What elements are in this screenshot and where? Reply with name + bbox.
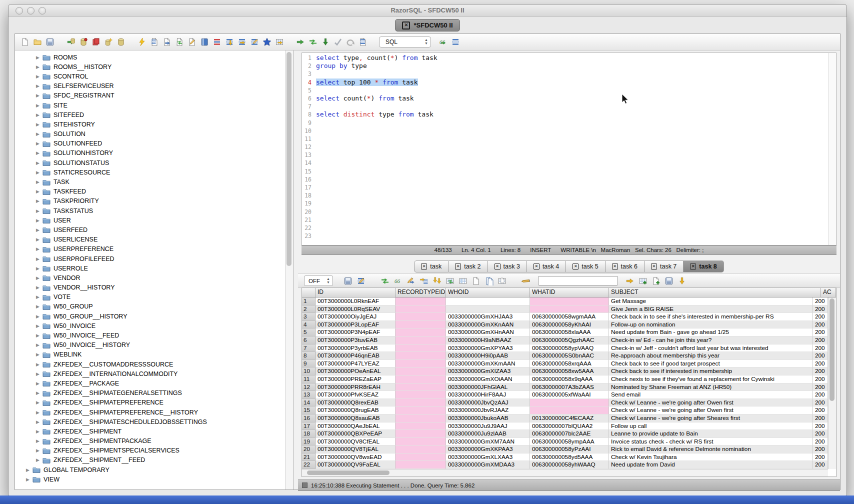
grid-cell[interactable] bbox=[396, 422, 446, 430]
disclosure-triangle-icon[interactable]: ▶ bbox=[35, 237, 40, 242]
grid-cell[interactable]: 006300000058ypVAAQ bbox=[530, 344, 609, 352]
tree-item-solutionhistory[interactable]: ▶ SOLUTIONHISTORY bbox=[15, 148, 285, 158]
grid-cell[interactable]: Check w/ Leanne - we're going after Shea… bbox=[609, 414, 813, 422]
tree-item-zkfedex-shipmatescheduledjobssettings[interactable]: ▶ ZKFEDEX__SHIPMATESCHEDULEDJOBSSETTINGS bbox=[15, 417, 285, 426]
document-tab[interactable]: ✕ *SFDCW50 II bbox=[395, 19, 460, 32]
grid-cell[interactable]: 0033000000H9aNBAAZ bbox=[446, 336, 530, 344]
tree-scrollbar[interactable] bbox=[285, 50, 293, 490]
tree-item-zkfedex-shipmategeneralsettings[interactable]: ▶ ZKFEDEX__SHIPMATEGENERALSETTINGS bbox=[15, 388, 285, 398]
code-line-7[interactable] bbox=[316, 102, 828, 110]
form-view-icon[interactable] bbox=[458, 276, 468, 286]
editor-scrollbar[interactable] bbox=[828, 53, 836, 245]
tree-item-solutionfeed[interactable]: ▶ SOLUTIONFEED bbox=[15, 139, 285, 148]
grid-cell[interactable]: Check w/ Leanne - we're going after Owen… bbox=[609, 406, 813, 414]
connection-new-icon[interactable] bbox=[104, 37, 114, 47]
grid-cell[interactable]: Follow up call bbox=[609, 422, 813, 430]
grid-cell[interactable] bbox=[396, 399, 446, 407]
tree-item-vendor-history[interactable]: ▶ VENDOR__HISTORY bbox=[15, 283, 285, 292]
tree-item-weblink[interactable]: ▶ WEBLINK bbox=[15, 350, 285, 360]
tree-item-global-temporary[interactable]: ▶ GLOBAL TEMPORARY bbox=[15, 465, 285, 474]
row-number-cell[interactable]: 19 bbox=[302, 438, 316, 446]
tree-item-sfdc-registrant[interactable]: ▶ SFDC_REGISTRANT bbox=[15, 91, 285, 100]
grid-cell[interactable] bbox=[530, 306, 609, 314]
disclosure-triangle-icon[interactable]: ▶ bbox=[35, 304, 40, 309]
code-line-11[interactable] bbox=[316, 135, 828, 143]
grid-cell[interactable]: 00T3000000P46qnEAB bbox=[316, 352, 396, 360]
code-line-21[interactable] bbox=[316, 216, 828, 224]
tree-item-solution[interactable]: ▶ SOLUTION bbox=[15, 130, 285, 139]
disclosure-triangle-icon[interactable]: ▶ bbox=[35, 150, 40, 156]
row-number-cell[interactable]: 6 bbox=[302, 336, 316, 344]
grid-cell[interactable] bbox=[396, 376, 446, 384]
statement-type-select[interactable]: SQL▲▼ bbox=[379, 36, 431, 48]
grid-cell[interactable]: 0033000000JbukoAAB bbox=[446, 414, 530, 422]
filter-edit-icon[interactable] bbox=[356, 276, 366, 286]
grid-cell[interactable]: Check-in w/ Ed - can he join this year? bbox=[609, 336, 813, 344]
grid-vertical-scrollbar[interactable] bbox=[828, 298, 836, 469]
column-header-recordtypeid[interactable]: RECORDTYPEID bbox=[396, 288, 446, 297]
disclosure-triangle-icon[interactable]: ▶ bbox=[35, 333, 40, 338]
code-line-9[interactable] bbox=[316, 119, 828, 127]
grid-cell[interactable]: 200 bbox=[813, 336, 828, 344]
export-results-icon[interactable] bbox=[224, 37, 234, 47]
grid-cell[interactable]: 00T3000000P3tuvEAB bbox=[316, 336, 396, 344]
grid-cell[interactable]: 00T3000000P3yrbEAB bbox=[316, 344, 396, 352]
save-icon[interactable] bbox=[45, 37, 55, 47]
grid-cell[interactable]: 0033000000GmXHJAA3 bbox=[446, 313, 530, 321]
grid-cell[interactable]: 0033000000GmXIZAA3 bbox=[446, 368, 530, 376]
grid-cell[interactable]: Need update from Bain - gave go ahead 1/… bbox=[609, 328, 813, 336]
disclosure-triangle-icon[interactable]: ▶ bbox=[25, 477, 30, 482]
export-sql-icon[interactable] bbox=[162, 37, 172, 47]
tab-close-icon[interactable]: ✕ bbox=[690, 264, 696, 270]
row-number-cell[interactable]: 18 bbox=[302, 430, 316, 438]
tab-close-icon[interactable]: ✕ bbox=[612, 264, 618, 270]
tree-item-solutionstatus[interactable]: ▶ SOLUTIONSTATUS bbox=[15, 158, 285, 168]
table-row[interactable]: 1000T3000000POeAnEAL0033000000GmXIZAA300… bbox=[302, 368, 828, 376]
table-row[interactable]: 700T3000000P3yrbEAB0033000000GmXPYAA3006… bbox=[302, 344, 828, 352]
describe-glasses-icon[interactable]: 66 bbox=[438, 37, 448, 47]
code-line-4[interactable]: select top 100 * from task bbox=[316, 78, 828, 86]
fetch-down-icon[interactable] bbox=[320, 37, 330, 47]
grid-cell[interactable] bbox=[396, 414, 446, 422]
grid-cell[interactable]: 200 bbox=[813, 352, 828, 360]
code-line-12[interactable] bbox=[316, 143, 828, 151]
log-document-icon[interactable] bbox=[358, 37, 368, 47]
disclosure-triangle-icon[interactable]: ▶ bbox=[35, 362, 40, 367]
sql-code-area[interactable]: select type, count(*) from taskgroup by … bbox=[316, 54, 828, 240]
open-folder-icon[interactable] bbox=[32, 37, 42, 47]
column-header-whatid[interactable]: WHATID bbox=[530, 288, 609, 297]
grid-cell[interactable]: 0033000000GmXLXAA3 bbox=[446, 454, 530, 462]
disclosure-triangle-icon[interactable]: ▶ bbox=[35, 390, 40, 396]
grid-cell[interactable]: 00T3000000QV8wsEAD bbox=[316, 454, 396, 462]
table-add-icon[interactable] bbox=[638, 276, 648, 286]
tab-close-icon[interactable]: ✕ bbox=[402, 22, 410, 30]
grid-cell[interactable] bbox=[396, 384, 446, 392]
tree-item-sitehistory[interactable]: ▶ SITEHISTORY bbox=[15, 120, 285, 129]
grid-cell[interactable] bbox=[396, 406, 446, 414]
grid-cell[interactable]: 006300000058xrqAAA bbox=[530, 360, 609, 368]
grid-cell[interactable] bbox=[446, 298, 530, 306]
grid-cell[interactable]: 00T3000000QV9FaEAL bbox=[316, 461, 396, 469]
favorites-star-icon[interactable] bbox=[262, 37, 272, 47]
grid-cell[interactable] bbox=[396, 438, 446, 446]
tree-item-w50-invoice-history[interactable]: ▶ W50_INVOICE__HISTORY bbox=[15, 340, 285, 350]
tree-item-site[interactable]: ▶ SITE bbox=[15, 100, 285, 110]
refresh-sql-icon[interactable] bbox=[174, 37, 184, 47]
code-line-20[interactable] bbox=[316, 208, 828, 216]
save-small-icon[interactable] bbox=[664, 276, 674, 286]
grid-cell[interactable]: Check-in w/ Jeff - couldn't afford last … bbox=[609, 344, 813, 352]
disclosure-triangle-icon[interactable]: ▶ bbox=[35, 170, 40, 175]
row-number-cell[interactable]: 13 bbox=[302, 391, 316, 399]
grid-cell[interactable] bbox=[396, 360, 446, 368]
disclosure-triangle-icon[interactable]: ▶ bbox=[35, 285, 40, 290]
row-number-cell[interactable]: 22 bbox=[302, 461, 316, 469]
align-text-icon[interactable] bbox=[237, 37, 247, 47]
row-number-cell[interactable]: 17 bbox=[302, 422, 316, 430]
tree-item-view[interactable]: ▶ VIEW bbox=[15, 474, 285, 484]
row-number-cell[interactable]: 8 bbox=[302, 352, 316, 360]
grid-cell[interactable]: 200 bbox=[813, 406, 828, 414]
row-number-cell[interactable]: 9 bbox=[302, 360, 316, 368]
disclosure-triangle-icon[interactable]: ▶ bbox=[35, 132, 40, 136]
grid-cell[interactable]: 006300000058wgmAAA bbox=[530, 313, 609, 321]
disclosure-triangle-icon[interactable]: ▶ bbox=[35, 228, 40, 232]
